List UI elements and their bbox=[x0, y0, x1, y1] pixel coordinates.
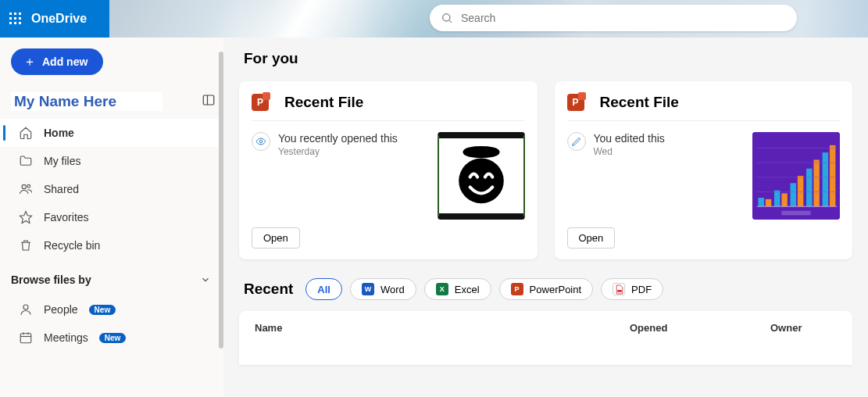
waffle-icon bbox=[9, 13, 22, 25]
column-header-opened[interactable]: Opened bbox=[630, 322, 770, 334]
recent-header: Recent All W Word X Excel P PowerPoint P… bbox=[244, 278, 852, 300]
add-new-label: Add new bbox=[42, 55, 88, 68]
chip-label: Excel bbox=[455, 284, 480, 295]
main-content: For you P Recent File You recently opene… bbox=[234, 38, 868, 397]
powerpoint-icon: P bbox=[567, 94, 584, 111]
filter-chip-powerpoint[interactable]: P PowerPoint bbox=[499, 278, 593, 300]
nav-label: Recycle bin bbox=[44, 239, 100, 252]
filter-chip-all[interactable]: All bbox=[305, 278, 342, 300]
star-icon bbox=[19, 210, 33, 224]
user-name[interactable]: My Name Here bbox=[11, 92, 163, 111]
nav-item-home[interactable]: Home bbox=[0, 119, 223, 147]
brand-region: OneDrive bbox=[0, 0, 109, 38]
file-thumbnail bbox=[752, 132, 840, 220]
column-header-name[interactable]: Name bbox=[255, 322, 630, 334]
svg-rect-8 bbox=[19, 22, 21, 24]
scrollbar[interactable] bbox=[219, 52, 223, 349]
new-badge: New bbox=[99, 333, 127, 343]
pdf-icon bbox=[613, 283, 625, 295]
user-row: My Name Here bbox=[11, 92, 216, 111]
nav-item-favorites[interactable]: Favorites bbox=[0, 203, 223, 231]
eye-icon bbox=[252, 132, 270, 151]
card-title: Recent File bbox=[284, 94, 363, 111]
file-thumbnail bbox=[438, 132, 525, 220]
brand-name: OneDrive bbox=[31, 12, 87, 26]
svg-marker-15 bbox=[20, 212, 32, 224]
powerpoint-icon: P bbox=[252, 94, 269, 111]
nav-label: Favorites bbox=[44, 211, 89, 224]
svg-rect-27 bbox=[774, 191, 780, 207]
svg-point-14 bbox=[27, 184, 30, 188]
card-header: P Recent File bbox=[567, 94, 841, 121]
browse-item-meetings[interactable]: Meetings New bbox=[0, 324, 223, 352]
panel-icon bbox=[202, 93, 216, 107]
plus-icon: ＋ bbox=[23, 55, 36, 68]
card-activity: You recently opened this Yesterday bbox=[252, 132, 428, 220]
pencil-icon bbox=[567, 132, 586, 151]
activity-time: Wed bbox=[594, 146, 665, 157]
nav-list: Home My files Shared Favorites Recycle b… bbox=[0, 119, 223, 259]
svg-rect-31 bbox=[806, 169, 812, 207]
recent-table: Name Opened Owner bbox=[239, 311, 852, 365]
for-you-card[interactable]: P Recent File You edited this Wed bbox=[555, 81, 853, 259]
svg-rect-29 bbox=[791, 183, 796, 206]
svg-point-9 bbox=[443, 14, 450, 21]
browse-item-people[interactable]: People New bbox=[0, 295, 223, 324]
collapse-sidebar-button[interactable] bbox=[202, 93, 216, 110]
chip-label: PDF bbox=[631, 284, 652, 295]
chip-label: PowerPoint bbox=[530, 284, 581, 295]
column-header-owner[interactable]: Owner bbox=[770, 322, 837, 334]
activity-text: You edited this bbox=[594, 132, 665, 145]
nav-item-recycle[interactable]: Recycle bin bbox=[0, 231, 223, 259]
filter-chips: All W Word X Excel P PowerPoint PDF bbox=[305, 278, 663, 300]
svg-line-10 bbox=[449, 20, 452, 23]
filter-chip-word[interactable]: W Word bbox=[350, 278, 416, 300]
folder-icon bbox=[19, 154, 33, 168]
chevron-down-icon bbox=[200, 274, 211, 285]
svg-rect-32 bbox=[813, 159, 819, 206]
svg-rect-7 bbox=[14, 22, 16, 24]
nav-item-myfiles[interactable]: My files bbox=[0, 147, 223, 175]
nav-label: Shared bbox=[44, 183, 79, 195]
card-title: Recent File bbox=[600, 94, 679, 111]
open-button[interactable]: Open bbox=[567, 227, 616, 249]
browse-header[interactable]: Browse files by bbox=[0, 259, 223, 291]
home-icon bbox=[19, 126, 33, 140]
search-input[interactable] bbox=[461, 12, 786, 24]
header-banner: OneDrive bbox=[0, 0, 868, 38]
open-button[interactable]: Open bbox=[252, 227, 300, 249]
svg-rect-30 bbox=[798, 176, 803, 206]
card-body: You edited this Wed bbox=[567, 121, 841, 220]
calendar-icon bbox=[19, 331, 33, 345]
svg-point-22 bbox=[465, 148, 498, 156]
chart-thumb-icon bbox=[752, 132, 840, 220]
word-icon: W bbox=[362, 283, 374, 295]
svg-rect-41 bbox=[617, 290, 621, 292]
recent-heading: Recent bbox=[244, 281, 293, 298]
add-new-button[interactable]: ＋ Add new bbox=[11, 48, 103, 75]
nav-label: My files bbox=[44, 155, 80, 167]
svg-point-23 bbox=[459, 159, 504, 204]
activity-time: Yesterday bbox=[278, 146, 398, 157]
svg-rect-5 bbox=[19, 17, 21, 20]
for-you-card[interactable]: P Recent File You recently opened this Y… bbox=[239, 81, 538, 259]
chip-label: Word bbox=[380, 284, 405, 295]
new-badge: New bbox=[89, 305, 116, 315]
svg-rect-0 bbox=[9, 13, 12, 15]
svg-rect-40 bbox=[781, 211, 810, 216]
trash-icon bbox=[19, 238, 33, 252]
filter-chip-pdf[interactable]: PDF bbox=[601, 278, 663, 300]
browse-list: People New Meetings New bbox=[0, 295, 223, 352]
sidebar: ＋ Add new My Name Here Home My files Sha… bbox=[0, 38, 223, 397]
svg-rect-17 bbox=[20, 334, 31, 343]
filter-chip-excel[interactable]: X Excel bbox=[424, 278, 491, 300]
for-you-heading: For you bbox=[244, 50, 852, 67]
app-launcher-button[interactable] bbox=[0, 13, 31, 25]
svg-rect-4 bbox=[14, 17, 16, 20]
svg-rect-1 bbox=[14, 13, 16, 15]
search-box[interactable] bbox=[430, 5, 797, 31]
svg-rect-3 bbox=[9, 17, 12, 20]
browse-header-label: Browse files by bbox=[11, 274, 91, 286]
nav-item-shared[interactable]: Shared bbox=[0, 175, 223, 203]
svg-rect-28 bbox=[781, 193, 787, 206]
